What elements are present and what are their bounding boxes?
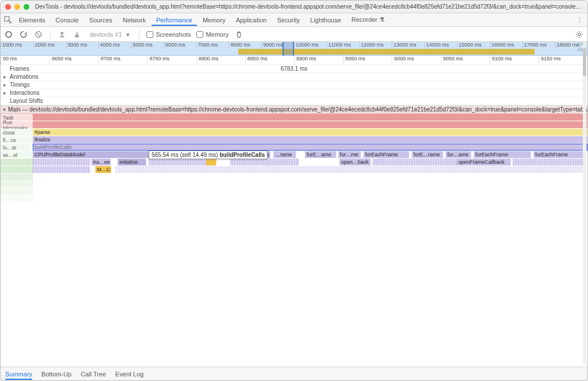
tracks: Frames 6783.1 ms ▸Animations ▸Timings ▸I… — [1, 65, 587, 106]
flame-bar[interactable]: forEachFrame — [363, 151, 409, 158]
frames-value: 6783.1 ms — [281, 66, 308, 72]
window-title: DevTools - devtools://devtools/bundled/d… — [35, 3, 583, 10]
track-timings[interactable]: ▸Timings — [1, 81, 587, 89]
overview-ticks: 1000 ms2000 ms3000 ms 4000 ms5000 ms6000… — [1, 42, 587, 49]
flame-bar[interactable]: forE…ame — [305, 151, 336, 158]
svg-point-3 — [578, 33, 581, 36]
reload-record-button[interactable] — [19, 30, 28, 39]
flame-bar-parse[interactable]: #parse — [33, 129, 587, 136]
tab-bottom-up[interactable]: Bottom-Up — [41, 368, 72, 380]
flame-bar[interactable]: forEachFrame — [474, 151, 531, 158]
flame-bar-finalize[interactable]: finalize — [33, 136, 587, 143]
flame-chart[interactable]: Task Run Microtasks #parse close finaliz… — [1, 114, 587, 326]
flame-bar[interactable]: M…C — [95, 166, 111, 173]
record-button[interactable] — [4, 30, 13, 39]
minimize-window-icon[interactable] — [14, 4, 20, 10]
zoom-window-icon[interactable] — [24, 4, 29, 10]
upload-button[interactable] — [57, 30, 67, 39]
panel-tabs: Elements Console Sources Network Perform… — [1, 13, 587, 27]
flame-bar[interactable] — [206, 159, 216, 166]
flame-bar-microtasks[interactable] — [1, 121, 587, 128]
gc-button[interactable] — [234, 30, 243, 39]
tab-sources[interactable]: Sources — [84, 14, 117, 26]
track-layout-shifts[interactable]: Layout Shifts — [1, 97, 587, 105]
screenshots-checkbox[interactable]: Screenshots — [146, 31, 191, 38]
chevron-down-icon: ▾ — [3, 106, 6, 113]
main-thread-header[interactable]: ▾ Main — devtools://devtools/bundled/dev… — [1, 106, 587, 114]
tab-memory[interactable]: Memory — [198, 14, 230, 26]
perf-toolbar: devtools #1 Screenshots Memory — [1, 27, 587, 42]
flame-noise — [33, 159, 90, 166]
tab-lighthouse[interactable]: Lighthouse — [305, 14, 346, 26]
devtools-window: DevTools - devtools://devtools/bundled/d… — [0, 0, 588, 381]
tab-network[interactable]: Network — [118, 14, 150, 26]
flame-bar-task[interactable] — [1, 114, 587, 121]
track-frames[interactable]: Frames 6783.1 ms — [1, 65, 587, 73]
window-controls — [5, 4, 29, 10]
track-interactions[interactable]: ▸Interactions — [1, 89, 587, 97]
more-icon[interactable]: ⋮ — [575, 16, 584, 24]
svg-point-1 — [6, 32, 11, 37]
cpu-overview[interactable]: 1000 ms2000 ms3000 ms 4000 ms5000 ms6000… — [1, 42, 587, 56]
chevron-right-icon: ▸ — [1, 74, 9, 80]
tab-recorder[interactable]: Recorder ⚗ — [347, 14, 389, 26]
tab-elements[interactable]: Elements — [14, 14, 50, 26]
flame-bar[interactable]: …rame — [273, 151, 296, 158]
flame-bar[interactable]: for…me — [338, 151, 361, 158]
chevron-right-icon: ▸ — [1, 82, 9, 88]
flame-tooltip: 565.54 ms (self 14.49 ms) buildProfileCa… — [149, 151, 268, 159]
details-tabs: Summary Bottom-Up Call Tree Event Log — [1, 367, 587, 380]
flame-bar[interactable]: initialize — [118, 159, 146, 166]
flame-bar[interactable]: open…back — [339, 159, 371, 166]
flask-icon: ⚗ — [379, 16, 385, 23]
tab-console[interactable]: Console — [51, 14, 83, 26]
overview-viewport-handle[interactable] — [283, 42, 294, 56]
flame-bar[interactable]: for…ame — [446, 151, 471, 158]
memory-checkbox[interactable]: Memory — [196, 31, 229, 38]
titlebar: DevTools - devtools://devtools/bundled/d… — [1, 1, 587, 13]
flame-bar[interactable]: openFrameCallback — [457, 159, 511, 166]
scrollbar[interactable] — [583, 42, 586, 364]
flame-bar[interactable]: forEachFrame — [533, 151, 584, 158]
chevron-right-icon: ▸ — [1, 90, 9, 96]
download-button[interactable] — [72, 30, 82, 39]
tab-call-tree[interactable]: Call Tree — [81, 368, 106, 380]
flame-bar[interactable]: forE…rame — [412, 151, 443, 158]
recording-selector[interactable]: devtools #1 — [87, 30, 132, 39]
tab-summary[interactable]: Summary — [5, 368, 32, 380]
clear-button[interactable] — [34, 30, 43, 39]
settings-icon[interactable] — [575, 30, 584, 39]
inspect-icon[interactable] — [4, 16, 13, 24]
flame-bar-buildprofilecalls-selected[interactable]: buildProfileCalls — [33, 144, 587, 151]
tab-security[interactable]: Security — [272, 14, 304, 26]
tab-performance[interactable]: Performance — [152, 14, 197, 26]
close-window-icon[interactable] — [5, 4, 11, 10]
tab-application[interactable]: Application — [231, 14, 272, 26]
track-animations[interactable]: ▸Animations — [1, 73, 587, 81]
flame-bar[interactable]: tra…ee — [91, 159, 111, 166]
tab-event-log[interactable]: Event Log — [115, 368, 144, 380]
scrollbar-thumb[interactable] — [583, 48, 586, 76]
flame-noise — [1, 159, 33, 166]
detail-ruler[interactable]: 00 ms8650 ms8700 ms 8750 ms8800 ms8850 m… — [1, 56, 587, 65]
